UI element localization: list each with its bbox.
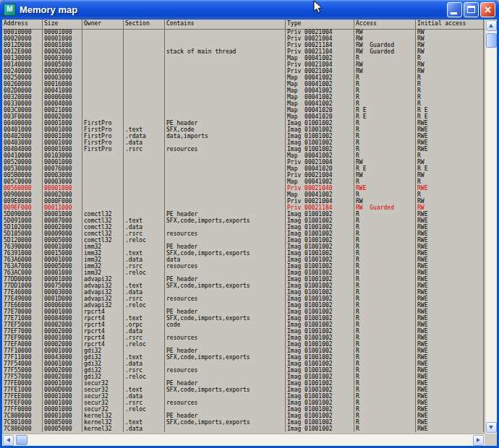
cell-section [124,309,165,315]
table-row[interactable]: 0056000000001000Priv 00021040RWERWE [2,185,485,191]
table-row[interactable]: 0052000000001000Priv 00021004RWRW [2,159,485,165]
horizontal-scroll-thumb[interactable] [16,435,27,445]
cell-size: 00003000 [43,178,82,185]
table-row[interactable]: 7639000000001000imm32PE headerImag 01001… [2,244,485,250]
table-row[interactable]: 0090000000002000Map 00041002RR [2,191,485,198]
table-row[interactable]: 77F5700000002000gdi32.relocImag 01001002… [2,374,485,380]
column-header-section[interactable]: Section [124,20,165,29]
table-row[interactable]: 003F000000002000Map 00041020R ER E [2,113,485,120]
table-row[interactable]: 0041000000103000Map 00041002RR [2,152,485,159]
table-row[interactable]: 763AC00000001000imm32.relocImag 01001002… [2,270,485,276]
column-header-owner[interactable]: Owner [82,20,124,29]
scroll-up-button[interactable] [486,20,497,31]
table-row[interactable]: 003C000000021000Map 00041020R ER E [2,107,485,113]
cell-initial-access: RWE [416,133,484,139]
table-row[interactable]: 0012E00000002000stack of main threadPriv… [2,48,485,55]
table-row[interactable]: 77F5500000002000gdi32.rsrcresourcesImag … [2,367,485,374]
table-row[interactable]: 77FEF00000001000secur32.rsrcresourcesIma… [2,400,485,406]
horizontal-scrollbar[interactable] [2,434,485,446]
horizontal-scroll-track[interactable] [14,434,472,446]
table-row[interactable]: 77EF900000001000rpcrt4.rsrcresourcesImag… [2,335,485,341]
cell-size: 0001D000 [43,296,82,302]
cell-type: Map 00041020 [286,165,354,172]
table-row[interactable]: 763A700000005000imm32.rsrcresourcesImag … [2,263,485,270]
table-row[interactable]: 0025000000003000Map 00041002RR [2,74,485,81]
table-row[interactable]: 77FE10000000D000secur32.textSFX,code,imp… [2,387,485,393]
table-row[interactable]: 5D10500000009000comctl32.rsrcresourcesIm… [2,231,485,237]
table-row[interactable]: 0032000000006000Map 00041002RR [2,94,485,100]
table-row[interactable]: 0024000000006000Priv 00021004RWRW [2,68,485,74]
cell-owner [82,191,124,198]
cell-size: 00002000 [43,191,82,198]
table-row[interactable]: 0001000000001000Priv 00021004RWRW [2,29,485,35]
table-row[interactable]: 77FF000000001000secur32.relocImag 010010… [2,406,485,413]
table-row[interactable]: 0014000000005000Priv 00021004RWRW [2,61,485,68]
column-header-address[interactable]: Address [2,20,43,29]
table-row[interactable]: 0040200000001000FirstPro.rdatadata,impor… [2,133,485,139]
table-row[interactable]: 0026000000016000Map 00041002RR [2,81,485,87]
table-row[interactable]: 0040400000001000FirstPro.rsrcresourcesIm… [2,146,485,152]
table-row[interactable]: 5D09000000001000comctl32PE headerImag 01… [2,211,485,217]
table-row[interactable]: 5D10200000002000comctl32.dataImag 010010… [2,224,485,231]
table-row[interactable]: 77E4600000003000advapi32.dataImag 010010… [2,289,485,296]
table-row[interactable]: 009E00000000F000Priv 00021004RWRW [2,198,485,204]
table-row[interactable]: 0012D00000001000Priv 00021184RW GuardedR… [2,42,485,48]
cell-initial-access: RWE [416,374,484,380]
column-header-access[interactable]: Access [354,20,416,29]
minimize-button[interactable] [447,2,462,17]
table-row[interactable]: 7639100000015000imm32.textSFX,code,impor… [2,250,485,257]
cell-initial-access: RW [416,172,484,178]
table-row[interactable]: 77E490000001D000advapi32.rsrcresourcesIm… [2,296,485,302]
table-row[interactable]: 77FEE00000001000secur32.dataImag 0100100… [2,393,485,400]
table-row[interactable]: 77FE000000001000secur32PE headerImag 010… [2,380,485,387]
table-row[interactable]: 77EF700000002000rpcrt4.dataImag 01001002… [2,328,485,335]
vertical-scrollbar[interactable] [485,20,497,434]
table-row[interactable]: 7C88600000005000kernel32.dataImag 010010… [2,426,485,432]
column-header-contains[interactable]: Contains [165,20,286,29]
table-row[interactable]: 005B000000003000Priv 00021004RWRW [2,172,485,178]
column-header-size[interactable]: Size [43,20,82,29]
cell-section: .rsrc [124,400,165,406]
cell-access: R [354,289,416,296]
table-row[interactable]: 5D09100000087000comctl32.textSFX,code,im… [2,217,485,224]
table-row[interactable]: 0002000000001000Priv 00021004RWRW [2,35,485,42]
cell-address: 7C801000 [2,419,43,426]
titlebar[interactable]: M Memory map × [0,0,499,20]
table-row[interactable]: 77E7100000084000rpcrt4.textSFX,code,impo… [2,315,485,322]
table-row[interactable]: 0053000000076000Map 00041020R ER E [2,165,485,172]
table-row[interactable]: 5D12000000005000comctl32.relocImag 01001… [2,237,485,244]
table-row[interactable]: 77E7000000001000rpcrt4PE headerImag 0100… [2,309,485,315]
column-header-initial-access[interactable]: Initial access [416,20,484,29]
table-row[interactable]: 77F1000000001000gdi32PE headerImag 01001… [2,348,485,354]
cell-type: Priv 00021184 [286,204,354,211]
table-row[interactable]: 77E6600000006000advapi32.relocImag 01001… [2,302,485,309]
table-row[interactable]: 0040000000001000FirstProPE headerImag 01… [2,120,485,126]
table-row[interactable]: 005C000000003000Map 00041002RR [2,178,485,185]
table-row[interactable]: 009EF00000011000Priv 00021184RW GuardedR… [2,204,485,211]
table-row[interactable]: 77DD100000075000advapi32.textSFX,code,im… [2,283,485,289]
maximize-button[interactable] [464,2,479,17]
table-row[interactable]: 002D000000041000Map 00041002RR [2,87,485,94]
table-row[interactable]: 77F1100000043000gdi32.textSFX,code,impor… [2,354,485,361]
scroll-left-button[interactable] [3,435,14,446]
table-row[interactable]: 77EF500000002000rpcrt4.orpccodeImag 0100… [2,322,485,328]
cell-owner: FirstPro [82,139,124,146]
table-row[interactable]: 763A600000001000imm32.datadataImag 01001… [2,257,485,263]
table-row[interactable]: 7C80000000001000kernel32PE headerImag 01… [2,413,485,419]
scroll-right-button[interactable] [473,435,484,446]
table-row[interactable]: 7C80100000085000kernel32.textSFX,code,im… [2,419,485,426]
table-row[interactable]: 0040300000001000FirstPro.dataImag 010010… [2,139,485,146]
vertical-scroll-track[interactable] [485,32,497,421]
table-row[interactable]: 0040100000001000FirstPro.textSFX,codeIma… [2,126,485,133]
table-row[interactable]: 0013000000003000Map 00041002RR [2,55,485,61]
cell-type: Imag 01001002 [286,139,354,146]
table-row[interactable]: 0033000000004000Map 00041002RR [2,100,485,107]
column-header-type[interactable]: Type [286,20,354,29]
vertical-scroll-thumb[interactable] [486,33,497,48]
table-row[interactable]: 77EFA00000002000rpcrt4.relocImag 0100100… [2,341,485,348]
table-row[interactable]: 77DD000000001000advapi32PE headerImag 01… [2,276,485,283]
cell-type: Imag 01001002 [286,413,354,419]
table-row[interactable]: 77F5400000001000gdi32.dataImag 01001002R… [2,361,485,367]
close-button[interactable]: × [480,2,495,17]
scroll-down-button[interactable] [486,422,497,433]
